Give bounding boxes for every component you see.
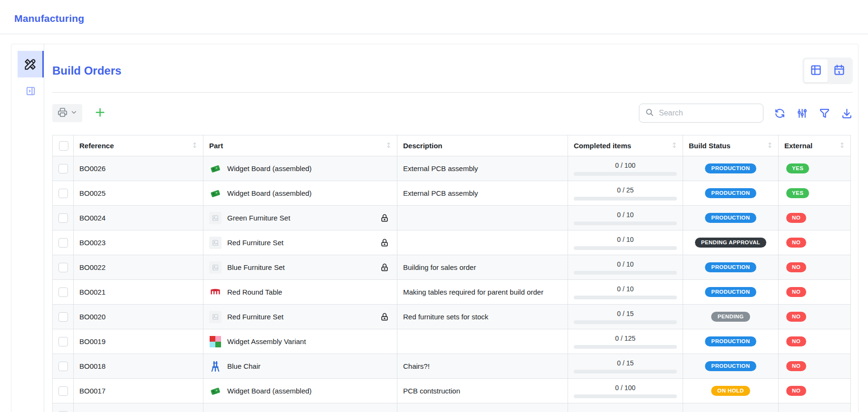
row-checkbox[interactable] (58, 312, 68, 322)
completed-items-cell: 0 / 100 (568, 156, 683, 181)
row-checkbox[interactable] (58, 238, 68, 248)
table-toolbar (52, 104, 853, 123)
reference-cell: BO0022 (74, 255, 203, 280)
table-row[interactable]: BO0024Green Furniture Set0 / 10PRODUCTIO… (53, 206, 851, 230)
search-input[interactable] (659, 109, 757, 117)
description-label: PCB contstruction (403, 387, 460, 395)
progress-bar (574, 271, 677, 275)
status-badge: PRODUCTION (705, 361, 756, 372)
app-header: Manufacturing (0, 3, 868, 34)
part-name[interactable]: Widget Assembly Variant (227, 337, 306, 345)
filter-icon[interactable] (819, 107, 830, 119)
image-placeholder-icon (209, 311, 222, 323)
table-header-row: ReferencePartDescriptionCompleted itemsB… (53, 135, 851, 156)
external-cell: NO (779, 379, 851, 403)
column-label: Reference (79, 142, 114, 150)
status-badge: PRODUCTION (705, 336, 756, 347)
column-header[interactable]: Build Status (683, 135, 779, 156)
external-cell: NO (779, 329, 851, 354)
print-actions-button[interactable] (52, 104, 82, 122)
table-row[interactable]: BO0025Widget Board (assembled)External P… (53, 181, 851, 206)
tools-icon (24, 58, 37, 71)
printer-icon (57, 107, 68, 120)
sidebar-tab-build-orders[interactable] (18, 51, 44, 77)
part-name[interactable]: Red Furniture Set (227, 313, 283, 321)
row-checkbox[interactable] (58, 213, 68, 223)
status-badge: ON HOLD (711, 386, 750, 396)
row-checkbox[interactable] (58, 386, 68, 396)
part-name[interactable]: Red Furniture Set (227, 239, 283, 247)
sort-icon[interactable] (836, 142, 846, 150)
lock-icon (380, 213, 391, 223)
external-badge: YES (786, 163, 809, 174)
table-row[interactable]: BO0023Red Furniture Set0 / 10PENDING APP… (53, 230, 851, 255)
lock-icon (380, 238, 391, 248)
table-row[interactable]: BO0019Widget Assembly Variant0 / 125PROD… (53, 329, 851, 354)
column-header[interactable]: Part (203, 135, 397, 156)
reference-label: BO0026 (79, 164, 106, 172)
panel-content: Build Orders (44, 44, 858, 412)
row-checkbox[interactable] (58, 263, 68, 272)
build-status-cell: PRODUCTION (683, 206, 779, 230)
download-icon[interactable] (841, 107, 853, 119)
part-cell: Widget Board (assembled) (203, 379, 397, 403)
table-row[interactable]: BO0022Blue Furniture SetBuilding for sal… (53, 255, 851, 280)
calendar-view-button[interactable] (828, 59, 851, 82)
completed-count: 0 / 10 (574, 285, 677, 293)
row-checkbox[interactable] (58, 337, 68, 346)
part-name[interactable]: Green Furniture Set (227, 214, 290, 222)
completed-items-cell: 0 / 10 (568, 230, 683, 255)
column-header[interactable]: External (779, 135, 851, 156)
column-header[interactable]: Reference (74, 135, 203, 156)
refresh-icon[interactable] (774, 107, 786, 119)
external-badge: NO (786, 361, 806, 372)
column-header[interactable]: Completed items (568, 135, 683, 156)
column-label: Part (209, 142, 223, 150)
blue-chair-icon (209, 360, 222, 373)
sort-icon[interactable] (382, 142, 392, 150)
reference-cell: BO0023 (74, 230, 203, 255)
checkbox-cell (53, 329, 74, 354)
table-row[interactable]: BO0026Widget Board (assembled)External P… (53, 156, 851, 181)
part-cell: Green Furniture Set (203, 206, 397, 230)
add-build-order-button[interactable] (94, 106, 106, 121)
row-checkbox[interactable] (58, 189, 68, 198)
sidebar-tab-expand[interactable] (18, 81, 44, 100)
sort-icon[interactable] (668, 142, 678, 150)
adjustments-icon[interactable] (796, 107, 808, 119)
sort-icon[interactable] (763, 142, 773, 150)
progress-bar (574, 172, 677, 176)
part-name[interactable]: Widget Board (assembled) (227, 387, 312, 395)
table-view-button[interactable] (804, 59, 828, 82)
plus-icon (94, 106, 106, 121)
table-row[interactable]: BO0021Red Round TableMaking tables requi… (53, 280, 851, 305)
part-name[interactable]: Blue Chair (227, 362, 260, 370)
row-checkbox[interactable] (58, 164, 68, 173)
app-title: Manufacturing (14, 13, 84, 24)
part-cell: Red Round Table (203, 280, 397, 305)
reference-cell: BO0018 (74, 354, 203, 379)
build-status-cell: PRODUCTION (683, 255, 779, 280)
part-name[interactable]: Widget Board (assembled) (227, 189, 312, 197)
part-name[interactable]: Red Round Table (227, 288, 282, 296)
table-row[interactable]: BO0018Blue ChairChairs?!0 / 15PRODUCTION… (53, 354, 851, 379)
completed-items-cell: 0 / 25 (568, 181, 683, 206)
select-all-checkbox[interactable] (59, 141, 68, 151)
part-name[interactable]: Blue Furniture Set (227, 263, 285, 271)
description-cell (397, 206, 568, 230)
table-row[interactable] (53, 403, 851, 412)
completed-count: 0 / 125 (574, 335, 677, 342)
table-row[interactable]: BO0017Widget Board (assembled)PCB contst… (53, 379, 851, 403)
progress-bar (574, 394, 677, 398)
build-status-cell: PRODUCTION (683, 280, 779, 305)
sort-icon[interactable] (188, 142, 198, 150)
description-cell: Chairs?! (397, 354, 568, 379)
row-checkbox[interactable] (58, 287, 68, 297)
row-checkbox[interactable] (58, 362, 68, 371)
part-name[interactable]: Widget Board (assembled) (227, 164, 312, 172)
table-row[interactable]: BO0020Red Furniture SetRed furniture set… (53, 305, 851, 329)
progress-bar (574, 345, 677, 349)
checkbox-cell (53, 181, 74, 206)
panel-sidebar (11, 44, 44, 412)
build-orders-panel: Build Orders (11, 44, 858, 412)
